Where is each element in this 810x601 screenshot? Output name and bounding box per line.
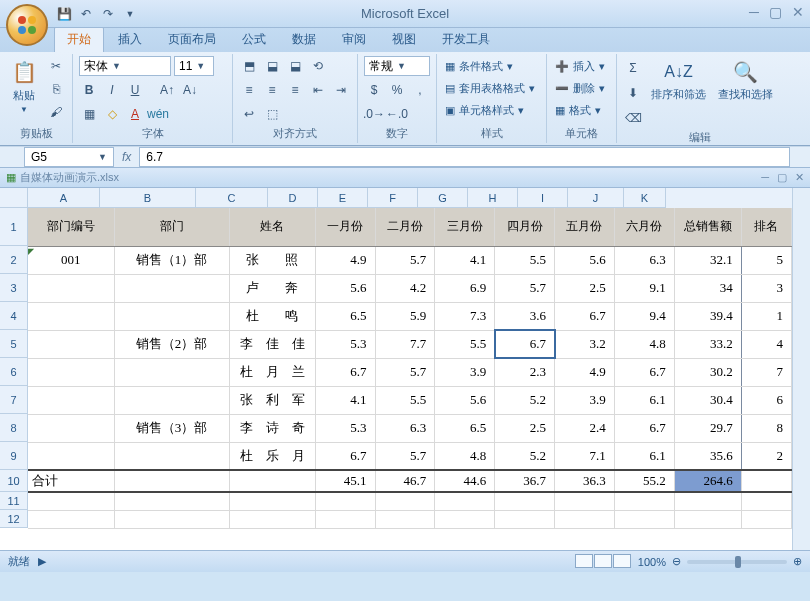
cell[interactable] (28, 510, 114, 528)
cell[interactable]: 4.8 (614, 330, 674, 358)
border-icon[interactable]: ▦ (79, 104, 99, 124)
cell[interactable] (28, 442, 114, 470)
cell[interactable]: 总销售额 (674, 208, 741, 246)
number-format-combo[interactable]: 常规▼ (364, 56, 430, 76)
cell[interactable]: 5.7 (375, 246, 435, 274)
row-header-1[interactable]: 1 (0, 208, 27, 246)
cell[interactable] (28, 414, 114, 442)
paste-button[interactable]: 📋 粘贴 ▼ (6, 56, 42, 116)
zoom-in-icon[interactable]: ⊕ (793, 555, 802, 568)
cell[interactable] (674, 492, 741, 510)
vertical-scrollbar[interactable] (792, 188, 810, 550)
cell[interactable]: 7.7 (375, 330, 435, 358)
row-header-3[interactable]: 3 (0, 274, 27, 302)
cell[interactable] (114, 358, 229, 386)
formula-bar[interactable]: 6.7 (139, 147, 790, 167)
tab-5[interactable]: 审阅 (330, 27, 378, 52)
cell[interactable]: 5.5 (375, 386, 435, 414)
cell[interactable]: 39.4 (674, 302, 741, 330)
select-all-corner[interactable] (0, 188, 28, 208)
fx-icon[interactable]: fx (122, 150, 131, 164)
cell[interactable]: 36.3 (555, 470, 615, 492)
cell[interactable]: 5 (741, 246, 791, 274)
cell[interactable]: 5.9 (375, 302, 435, 330)
col-header-E[interactable]: E (318, 188, 368, 208)
cell[interactable] (555, 492, 615, 510)
cell[interactable]: 三月份 (435, 208, 495, 246)
underline-icon[interactable]: U (125, 80, 145, 100)
cell[interactable] (28, 492, 114, 510)
name-box[interactable]: G5▼ (24, 147, 114, 167)
cell[interactable]: 销售（2）部 (114, 330, 229, 358)
orientation-icon[interactable]: ⟲ (308, 56, 328, 76)
view-buttons[interactable] (575, 554, 632, 570)
cell[interactable]: 六月份 (614, 208, 674, 246)
cell[interactable]: 264.6 (674, 470, 741, 492)
cell[interactable] (674, 510, 741, 528)
copy-icon[interactable]: ⎘ (46, 79, 66, 99)
cell[interactable] (114, 386, 229, 414)
wrap-text-icon[interactable]: ↩ (239, 104, 259, 124)
cell[interactable]: 33.2 (674, 330, 741, 358)
cell[interactable]: 5.6 (435, 386, 495, 414)
cell[interactable]: 3.9 (435, 358, 495, 386)
cell[interactable]: 杜 月 兰 (229, 358, 315, 386)
cell[interactable]: 6.7 (555, 302, 615, 330)
cell[interactable]: 7.3 (435, 302, 495, 330)
maximize-icon[interactable]: ▢ (769, 4, 782, 20)
cell[interactable]: 5.7 (495, 274, 555, 302)
cell[interactable]: 46.7 (375, 470, 435, 492)
cell[interactable]: 2 (741, 442, 791, 470)
cell[interactable]: ◤001 (28, 246, 114, 274)
align-center-icon[interactable]: ≡ (262, 80, 282, 100)
merge-cells-icon[interactable]: ⬚ (262, 104, 282, 124)
cell[interactable]: 4 (741, 330, 791, 358)
col-header-H[interactable]: H (468, 188, 518, 208)
cell[interactable]: 部门编号 (28, 208, 114, 246)
cell[interactable] (555, 510, 615, 528)
cell[interactable]: 二月份 (375, 208, 435, 246)
cell[interactable]: 3.2 (555, 330, 615, 358)
cell[interactable]: 9.4 (614, 302, 674, 330)
row-header-5[interactable]: 5 (0, 330, 27, 358)
cell[interactable]: 排名 (741, 208, 791, 246)
cell[interactable]: 6.7 (614, 358, 674, 386)
cell[interactable] (28, 330, 114, 358)
macro-record-icon[interactable]: ▶ (38, 555, 46, 568)
row-header-10[interactable]: 10 (0, 470, 27, 492)
phonetic-icon[interactable]: wén (148, 104, 168, 124)
cell[interactable]: 45.1 (315, 470, 375, 492)
font-name-combo[interactable]: 宋体▼ (79, 56, 171, 76)
cell[interactable]: 4.1 (435, 246, 495, 274)
cell[interactable] (114, 492, 229, 510)
tab-3[interactable]: 公式 (230, 27, 278, 52)
font-size-combo[interactable]: 11▼ (174, 56, 214, 76)
cell[interactable]: 姓名 (229, 208, 315, 246)
cell[interactable]: 6.3 (375, 414, 435, 442)
redo-icon[interactable]: ↷ (100, 6, 116, 22)
cell[interactable]: 4.9 (315, 246, 375, 274)
tab-2[interactable]: 页面布局 (156, 27, 228, 52)
cell[interactable]: 4.8 (435, 442, 495, 470)
cell[interactable]: 44.6 (435, 470, 495, 492)
find-select-button[interactable]: 🔍 查找和选择 (714, 56, 777, 102)
cell[interactable]: 6.7 (614, 414, 674, 442)
cell[interactable]: 杜 乐 月 (229, 442, 315, 470)
align-middle-icon[interactable]: ⬓ (262, 56, 282, 76)
col-header-K[interactable]: K (624, 188, 666, 208)
row-header-9[interactable]: 9 (0, 442, 27, 470)
cell[interactable] (614, 510, 674, 528)
cell[interactable]: 5.3 (315, 414, 375, 442)
cut-icon[interactable]: ✂ (46, 56, 66, 76)
cell[interactable] (28, 358, 114, 386)
grow-font-icon[interactable]: A↑ (157, 80, 177, 100)
cell[interactable] (375, 492, 435, 510)
qat-dropdown-icon[interactable]: ▼ (122, 6, 138, 22)
cell[interactable]: 李 诗 奇 (229, 414, 315, 442)
col-header-G[interactable]: G (418, 188, 468, 208)
cell[interactable]: 4.9 (555, 358, 615, 386)
cell[interactable]: 3 (741, 274, 791, 302)
cell[interactable]: 合计 (28, 470, 114, 492)
tab-4[interactable]: 数据 (280, 27, 328, 52)
zoom-slider[interactable] (687, 560, 787, 564)
